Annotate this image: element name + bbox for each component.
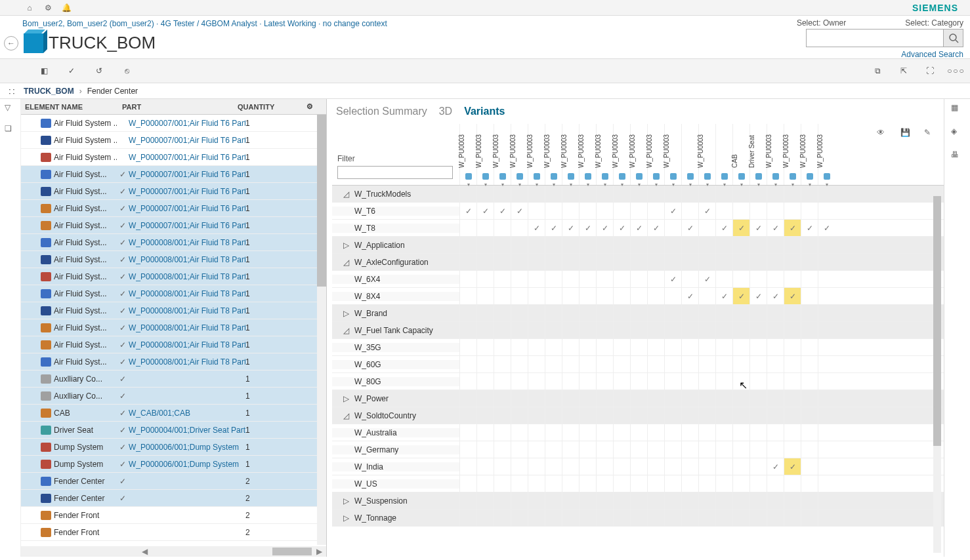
variant-cell[interactable] [664, 305, 681, 321]
variant-cell[interactable] [545, 203, 562, 219]
variant-cell[interactable] [476, 458, 494, 475]
variant-cell[interactable] [630, 237, 647, 253]
variant-cell[interactable] [630, 492, 647, 509]
variant-cell[interactable] [494, 220, 511, 236]
bell-icon[interactable]: 🔔 [62, 3, 71, 12]
variant-cell[interactable] [562, 458, 579, 475]
variant-cell[interactable] [698, 356, 715, 372]
variant-cell[interactable] [630, 407, 647, 424]
variant-group-row[interactable]: ▷W_Power [332, 390, 944, 407]
variant-column-header[interactable]: ▾ [715, 124, 732, 185]
variant-cell[interactable]: ✓ [749, 220, 767, 236]
table-row[interactable]: Fender Center✓2 [21, 473, 326, 490]
variant-cell[interactable] [681, 492, 698, 509]
variant-cell[interactable] [818, 475, 835, 492]
variant-cell[interactable]: ✓ [562, 220, 579, 236]
variant-cell[interactable] [784, 407, 801, 424]
variant-cell[interactable] [818, 271, 835, 287]
variant-cell[interactable] [613, 305, 630, 321]
variant-cell[interactable] [476, 492, 494, 509]
variant-cell[interactable] [528, 475, 545, 492]
variant-cell[interactable] [494, 407, 511, 424]
variant-cell[interactable] [784, 441, 801, 458]
variant-cell[interactable] [698, 322, 715, 338]
variant-cell[interactable] [511, 356, 528, 372]
variant-cell[interactable] [784, 475, 801, 492]
variant-cell[interactable] [784, 373, 801, 390]
variant-cell[interactable] [545, 271, 562, 287]
variant-cell[interactable] [476, 510, 494, 526]
variant-cell[interactable] [494, 186, 511, 202]
table-row[interactable]: Air Fluid Syst...✓W_P000008/001;Air Flui… [21, 234, 326, 251]
variant-cell[interactable] [596, 475, 613, 492]
path-root[interactable]: TRUCK_BOM [24, 87, 74, 96]
table-row[interactable]: Air Fluid Syst...✓W_P000008/001;Air Flui… [21, 285, 326, 302]
variant-cell[interactable] [494, 254, 511, 270]
variant-cell[interactable] [732, 510, 749, 526]
variant-column-header[interactable]: W_PU0003▾ [698, 124, 715, 185]
variant-cell[interactable]: ✓ [681, 220, 698, 236]
print-icon[interactable]: 🖶 [951, 150, 964, 163]
variant-cell[interactable] [681, 441, 698, 458]
variant-cell[interactable] [596, 407, 613, 424]
variant-cell[interactable] [818, 492, 835, 509]
more-menu-icon[interactable]: ○○○ [949, 64, 963, 78]
variant-cell[interactable] [596, 186, 613, 202]
variant-cell[interactable] [459, 407, 476, 424]
variant-column-header[interactable]: W_PU0003▾ [613, 124, 630, 185]
variant-cell[interactable]: ✓ [579, 220, 596, 236]
variant-cell[interactable] [749, 458, 767, 475]
variant-cell[interactable] [459, 305, 476, 321]
expand-icon[interactable]: ▷ [341, 241, 350, 250]
variant-cell[interactable] [818, 356, 835, 372]
variant-cell[interactable] [749, 339, 767, 355]
part-link[interactable]: W_P000008/001;Air Fluid T8 Part [129, 272, 245, 281]
variant-cell[interactable] [494, 237, 511, 253]
variant-cell[interactable] [596, 458, 613, 475]
scrollbar-thumb[interactable] [317, 115, 326, 287]
variant-cell[interactable]: ✓ [767, 220, 784, 236]
variant-cell[interactable] [801, 237, 818, 253]
variant-cell[interactable] [647, 305, 664, 321]
variant-cell[interactable] [784, 305, 801, 321]
variant-cell[interactable] [613, 186, 630, 202]
variant-column-header[interactable]: W_PU0003▾ [818, 124, 835, 185]
variant-cell[interactable] [459, 441, 476, 458]
variant-cell[interactable] [596, 339, 613, 355]
variant-cell[interactable] [715, 492, 732, 509]
variant-column-header[interactable]: W_PU0003▾ [579, 124, 596, 185]
variant-cell[interactable]: ✓ [784, 220, 801, 236]
variant-cell[interactable] [459, 475, 476, 492]
variant-cell[interactable] [647, 322, 664, 338]
part-link[interactable]: W_P000007/001;Air Fluid T6 Part [129, 153, 245, 162]
variant-cell[interactable] [511, 492, 528, 509]
variant-cell[interactable] [715, 510, 732, 526]
variant-cell[interactable] [596, 510, 613, 526]
part-link[interactable]: W_P000008/001;Air Fluid T8 Part [129, 357, 245, 367]
variant-cell[interactable] [749, 492, 767, 509]
variant-cell[interactable] [818, 458, 835, 475]
layout-icon[interactable]: ▦ [951, 103, 964, 116]
variant-cell[interactable] [545, 356, 562, 372]
variant-cell[interactable] [511, 424, 528, 441]
variant-cell[interactable] [767, 237, 784, 253]
variant-cell[interactable] [545, 288, 562, 304]
variant-cell[interactable] [784, 339, 801, 355]
variant-cell[interactable] [664, 237, 681, 253]
variant-cell[interactable]: ✓ [528, 220, 545, 236]
variant-cell[interactable] [698, 186, 715, 202]
variant-cell[interactable] [681, 510, 698, 526]
variant-cell[interactable] [784, 186, 801, 202]
variant-cell[interactable] [476, 186, 494, 202]
variant-cell[interactable] [732, 322, 749, 338]
variant-cell[interactable] [613, 424, 630, 441]
variant-cell[interactable] [545, 475, 562, 492]
variant-cell[interactable] [613, 510, 630, 526]
variant-cell[interactable] [698, 424, 715, 441]
variant-cell[interactable]: ✓ [698, 271, 715, 287]
variant-cell[interactable] [630, 305, 647, 321]
variant-cell[interactable] [698, 390, 715, 407]
table-row[interactable]: Auxlliary Co...✓1 [21, 370, 326, 388]
variant-cell[interactable] [562, 254, 579, 270]
part-link[interactable]: W_P000007/001;Air Fluid T6 Part [129, 136, 245, 145]
